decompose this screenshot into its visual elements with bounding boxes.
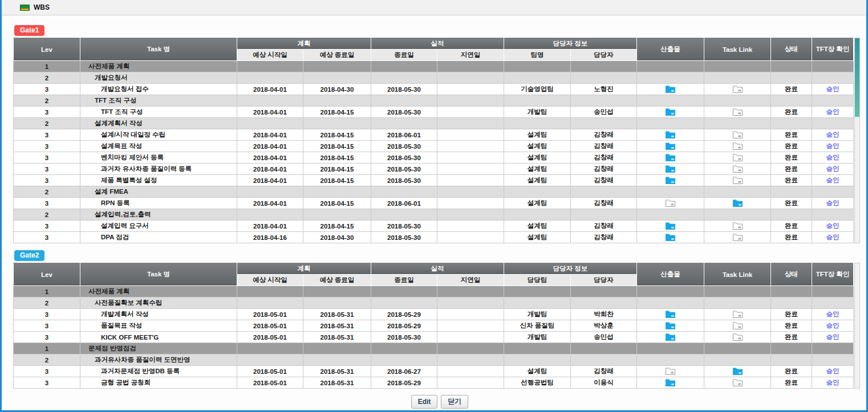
approve-link[interactable]: 승인 — [826, 311, 839, 317]
approve-link[interactable]: 승인 — [826, 322, 839, 329]
folder-gray-icon[interactable] — [733, 333, 743, 341]
folder-gray-icon[interactable] — [733, 379, 743, 386]
approve-link[interactable]: 승인 — [826, 222, 839, 229]
table-row: 3제품 특별특성 설정2018-04-012018-04-152018-05-3… — [14, 175, 854, 186]
folder-blue-icon[interactable] — [666, 165, 675, 173]
task-link-cell — [704, 141, 771, 152]
folder-blue-icon[interactable] — [666, 234, 675, 241]
vertical-scrollbar[interactable] — [854, 38, 860, 243]
folder-blue-icon[interactable] — [666, 85, 675, 93]
plan-end-cell — [303, 61, 371, 72]
approve-link[interactable]: 승인 — [826, 165, 839, 172]
folder-blue-icon[interactable] — [666, 142, 675, 150]
scrollbar-thumb[interactable] — [855, 38, 859, 117]
plan-start-cell — [237, 354, 303, 366]
task-name-link[interactable]: KICK OFF MEET'G — [101, 334, 159, 341]
task-name-link[interactable]: 벤치마킹 제안서 등록 — [101, 154, 164, 161]
plan-end-cell — [303, 95, 371, 107]
folder-blue-icon[interactable] — [666, 311, 675, 318]
table-row: 1사전제품 계획 — [14, 286, 854, 297]
folder-gray-icon[interactable] — [733, 234, 743, 241]
lev-cell: 3 — [14, 232, 80, 243]
folder-gray-icon[interactable] — [666, 199, 675, 207]
folder-blue-icon[interactable] — [666, 222, 675, 230]
status-cell — [771, 118, 812, 129]
delay-cell — [437, 72, 504, 84]
folder-gray-icon[interactable] — [733, 154, 743, 161]
task-name-link[interactable]: 설계입력 요구서 — [101, 222, 149, 229]
folder-blue-icon[interactable] — [666, 379, 675, 386]
team-cell: 기술영업팀 — [504, 84, 571, 95]
approve-link[interactable]: 승인 — [826, 177, 839, 183]
edit-button[interactable]: Edit — [411, 395, 438, 409]
delay-cell — [437, 186, 504, 198]
approve-link[interactable]: 승인 — [826, 108, 839, 115]
folder-blue-icon[interactable] — [666, 333, 675, 341]
approve-link[interactable]: 승인 — [826, 131, 839, 138]
folder-gray-icon[interactable] — [733, 85, 743, 93]
approve-link[interactable]: 승인 — [826, 85, 839, 92]
folder-blue-icon[interactable] — [666, 131, 675, 138]
folder-blue-icon[interactable] — [666, 154, 675, 161]
approve-link[interactable]: 승인 — [826, 199, 839, 206]
folder-gray-icon[interactable] — [733, 142, 743, 150]
task-name-link[interactable]: 설계/시작 대일정 수립 — [101, 131, 165, 138]
actual-end-cell — [371, 61, 437, 72]
task-name-cell: 벤치마킹 제안서 등록 — [80, 152, 237, 164]
team-cell: 설계팀 — [504, 129, 571, 141]
approve-link[interactable]: 승인 — [826, 368, 839, 374]
task-name-cell: RPN 등록 — [80, 198, 237, 209]
table-row: 3벤치마킹 제안서 등록2018-04-012018-04-152018-05-… — [14, 152, 854, 164]
folder-blue-icon[interactable] — [733, 199, 743, 207]
task-name-cell: 과거유사차종 품질이력 도면반영 — [80, 354, 237, 366]
lev-cell: 2 — [14, 186, 80, 198]
task-name-link[interactable]: 과거차 유사차종 품질이력 등록 — [101, 165, 192, 172]
folder-blue-icon[interactable] — [666, 322, 675, 329]
task-name-link[interactable]: 품질목표 작성 — [101, 322, 142, 329]
delay-cell — [437, 377, 504, 389]
approve-link[interactable]: 승인 — [826, 379, 839, 386]
task-link-cell — [704, 61, 771, 72]
folder-gray-icon[interactable] — [733, 108, 743, 116]
owner-cell — [571, 186, 637, 198]
folder-gray-icon[interactable] — [733, 131, 743, 138]
close-button[interactable]: 닫기 — [441, 395, 468, 409]
folder-gray-icon[interactable] — [733, 322, 743, 329]
folder-blue-icon[interactable] — [733, 368, 743, 375]
status-cell: 완료 — [771, 198, 812, 209]
approve-link[interactable]: 승인 — [826, 234, 839, 240]
task-name-link[interactable]: 과거차문제점 반영DB 등록 — [101, 368, 180, 374]
tft-confirm-cell: 승인 — [812, 164, 854, 175]
owner-cell — [571, 61, 637, 72]
task-name-link[interactable]: TFT 조직 구성 — [101, 108, 143, 115]
folder-gray-icon[interactable] — [733, 311, 743, 318]
approve-link[interactable]: 승인 — [826, 333, 839, 340]
task-name-link[interactable]: 금형 공법 공청회 — [101, 379, 151, 386]
plan-start-cell: 2018-05-01 — [237, 309, 303, 320]
plan-start-cell: 2018-05-01 — [237, 332, 303, 343]
vertical-scrollbar[interactable] — [854, 263, 860, 389]
task-name-link[interactable]: DPA 점검 — [101, 234, 129, 240]
plan-start-cell: 2018-04-01 — [237, 107, 303, 118]
task-name-link[interactable]: 설계목표 작성 — [101, 142, 142, 149]
approve-link[interactable]: 승인 — [826, 154, 839, 161]
task-name-link[interactable]: RPN 등록 — [101, 199, 129, 206]
col-header-output: 산출물 — [637, 38, 704, 61]
folder-gray-icon[interactable] — [733, 222, 743, 230]
owner-cell: 김창래 — [571, 152, 637, 164]
table-row: 3설계입력 요구서2018-04-012018-04-152018-05-30설… — [14, 221, 854, 232]
team-cell — [504, 286, 571, 297]
folder-gray-icon[interactable] — [666, 368, 675, 375]
folder-blue-icon[interactable] — [666, 108, 675, 116]
folder-blue-icon[interactable] — [666, 177, 675, 184]
table-row: 3과거차문제점 반영DB 등록2018-05-012018-05-312018-… — [14, 366, 854, 377]
output-cell — [637, 343, 704, 354]
task-name-link[interactable]: 개발요청서 접수 — [101, 85, 149, 92]
task-name-link[interactable]: 개발계획서 작성 — [101, 311, 149, 317]
folder-gray-icon[interactable] — [733, 165, 743, 173]
task-name-link[interactable]: 제품 특별특성 설정 — [101, 177, 157, 183]
approve-link[interactable]: 승인 — [826, 142, 839, 149]
plan-end-cell: 2018-04-15 — [303, 164, 371, 175]
folder-gray-icon[interactable] — [733, 177, 743, 184]
actual-end-cell — [371, 297, 437, 309]
